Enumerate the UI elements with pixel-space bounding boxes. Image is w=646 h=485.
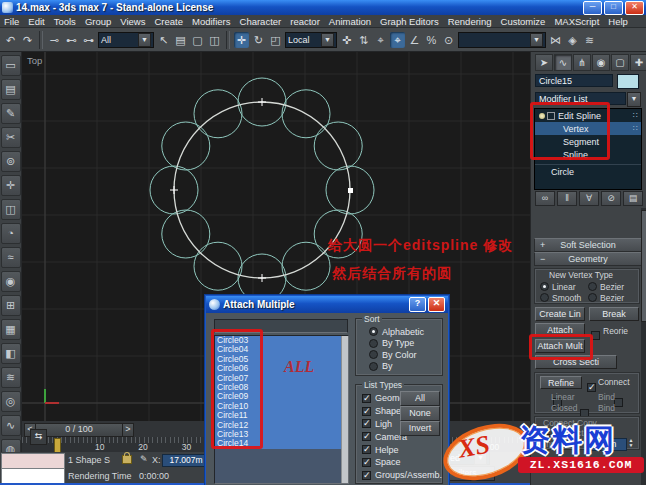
macro-recorder-field[interactable] <box>1 453 65 469</box>
snaps-toggle-icon[interactable]: ⌖ <box>373 32 388 48</box>
vertex-type-radio[interactable]: Smooth <box>540 293 588 303</box>
bind-to-space-warp-icon[interactable]: ⊶ <box>81 32 96 48</box>
break-button[interactable]: Break <box>589 307 639 321</box>
dialog-name-filter-input[interactable] <box>214 319 348 333</box>
tab-display[interactable]: ▢ <box>611 54 629 71</box>
tab-panel-tool-icon[interactable]: ◔ <box>1 223 21 244</box>
modifier-stack-row[interactable]: Vertex ∷ <box>535 122 641 135</box>
select-by-name-icon[interactable]: ▤ <box>173 32 188 48</box>
menu-item[interactable]: reactor <box>290 16 320 27</box>
threshold-field[interactable]: 0.1m <box>587 438 627 451</box>
list-type-checkbox[interactable]: Groups/Assemb. <box>362 470 442 480</box>
rollout-geometry[interactable]: −Geometry <box>534 252 642 266</box>
tab-panel-tool-icon[interactable]: ⊚ <box>1 151 21 172</box>
tab-create[interactable]: ➤ <box>535 54 553 71</box>
spinner-snap-icon[interactable]: ⊙ <box>441 32 456 48</box>
modifier-list-arrow-icon[interactable]: ▼ <box>627 92 641 107</box>
modifier-stack-row[interactable]: Spline ∷ <box>535 148 641 161</box>
tab-modify[interactable]: ∿ <box>554 54 572 71</box>
redo-icon[interactable]: ↷ <box>20 32 35 48</box>
menu-item[interactable]: File <box>4 16 19 27</box>
attach-button[interactable]: Attach <box>535 323 585 337</box>
offset-snap-icon[interactable]: ⇅ <box>356 32 371 48</box>
menu-item[interactable]: Create <box>154 16 183 27</box>
x-coordinate-field[interactable]: 17.007m <box>162 454 210 467</box>
window-crossing-icon[interactable]: ◫ <box>207 32 222 48</box>
modifier-stack-row[interactable]: Circle ∷ <box>535 164 641 178</box>
tab-panel-tool-icon[interactable]: ▦ <box>1 319 21 340</box>
list-scrollbar[interactable] <box>341 336 348 483</box>
maximize-button[interactable]: □ <box>604 1 623 15</box>
tab-panel-tool-icon[interactable]: ✎ <box>1 103 21 124</box>
sort-radio[interactable]: Alphabetic <box>369 327 424 337</box>
mirror-icon[interactable]: ⋈ <box>548 32 563 48</box>
select-object-icon[interactable]: ↖ <box>156 32 171 48</box>
set-key-filter-dropdown[interactable]: ed▼ <box>447 450 490 465</box>
tab-panel-tool-icon[interactable]: ▤ <box>1 79 21 100</box>
tab-panel-tool-icon[interactable]: ⊞ <box>1 295 21 316</box>
reorient-checkbox[interactable] <box>591 331 600 340</box>
reference-coordinate-dropdown[interactable]: Local▼ <box>285 32 337 48</box>
tab-panel-tool-icon[interactable]: ◧ <box>1 343 21 364</box>
stack-tool-icon[interactable]: ‖ <box>557 191 577 206</box>
select-and-link-icon[interactable]: ⊸ <box>47 32 62 48</box>
tab-panel-tool-icon[interactable]: ◎ <box>1 391 21 412</box>
key-filters-button[interactable]: ilters... <box>447 466 495 481</box>
select-and-rotate-icon[interactable]: ↻ <box>251 32 266 48</box>
tab-utilities[interactable]: ✚ <box>630 54 646 71</box>
vertex-type-radio[interactable]: Bezier <box>588 282 636 292</box>
cross-section-button[interactable]: Cross Secti <box>535 355 617 369</box>
tab-motion[interactable]: ◉ <box>592 54 610 71</box>
menu-item[interactable]: Rendering <box>448 16 492 27</box>
refine-button[interactable]: Refine <box>540 376 582 389</box>
menu-item[interactable]: MAXScript <box>554 16 599 27</box>
current-frame-marker[interactable] <box>54 438 61 453</box>
menu-item[interactable]: Character <box>240 16 282 27</box>
percent-snap-icon[interactable]: % <box>424 32 439 48</box>
rollout-soft-selection[interactable]: +Soft Selection <box>534 238 642 252</box>
modifier-list-dropdown[interactable]: Modifier List <box>535 92 626 105</box>
dropdown-arrow-icon[interactable]: ▼ <box>530 33 543 47</box>
object-name-field[interactable]: Circle15 <box>535 74 613 87</box>
modifier-stack-row[interactable]: Edit Spline ∷ <box>535 109 641 122</box>
select-and-move-icon[interactable]: ✛ <box>234 32 249 48</box>
menu-item[interactable]: Help <box>608 16 628 27</box>
sort-radio[interactable]: By <box>369 361 424 371</box>
time-slider-handle[interactable]: 0 / 100 <box>35 423 123 437</box>
list-item[interactable]: Circle14 <box>215 439 342 448</box>
open-mini-curve-editor-button[interactable]: ⇆ <box>30 429 47 445</box>
viewport-label[interactable]: Top <box>27 55 42 66</box>
align-icon[interactable]: ◈ <box>565 32 580 48</box>
menu-item[interactable]: Views <box>120 16 145 27</box>
menu-item[interactable]: Tools <box>54 16 76 27</box>
dropdown-arrow-icon[interactable]: ▼ <box>321 33 334 47</box>
panel-scrollbar-thumb[interactable] <box>641 210 646 322</box>
absolute-mode-icon[interactable]: ✎ <box>140 454 148 464</box>
stack-tool-icon[interactable]: ▤ <box>623 191 643 206</box>
menu-item[interactable]: Graph Editors <box>380 16 439 27</box>
tab-panel-tool-icon[interactable]: ◉ <box>1 271 21 292</box>
snaps-toggle-3d-icon[interactable]: ⌖ <box>390 32 405 48</box>
menu-item[interactable]: Modifiers <box>192 16 231 27</box>
dialog-title-bar[interactable]: Attach Multiple ? ✕ <box>206 296 448 313</box>
tab-panel-tool-icon[interactable]: ≈ <box>1 247 21 268</box>
sort-radio[interactable]: By Color <box>369 350 424 360</box>
list-types-button[interactable]: None <box>400 406 440 421</box>
spinner-arrows-icon[interactable]: ▲▼ <box>627 438 635 449</box>
sort-radio[interactable]: By Type <box>369 338 424 348</box>
visibility-bulb-icon[interactable] <box>539 113 545 119</box>
dropdown-arrow-icon[interactable]: ▼ <box>138 33 151 47</box>
tab-panel-tool-icon[interactable]: ▭ <box>1 55 21 76</box>
dialog-close-button[interactable]: ✕ <box>428 297 445 312</box>
list-type-checkbox[interactable]: Space <box>362 457 442 467</box>
dialog-help-button[interactable]: ? <box>409 297 426 312</box>
menu-item[interactable]: Animation <box>329 16 371 27</box>
stack-tool-icon[interactable]: ∀ <box>579 191 599 206</box>
tab-panel-tool-icon[interactable]: ✂ <box>1 127 21 148</box>
select-and-scale-icon[interactable]: ◰ <box>268 32 283 48</box>
menu-item[interactable]: Group <box>85 16 111 27</box>
list-type-checkbox[interactable]: Helpe <box>362 445 442 455</box>
mini-listener-field[interactable] <box>1 468 65 484</box>
tab-panel-tool-icon[interactable]: ✛ <box>1 175 21 196</box>
vertex-type-radio[interactable]: Linear <box>540 282 588 292</box>
